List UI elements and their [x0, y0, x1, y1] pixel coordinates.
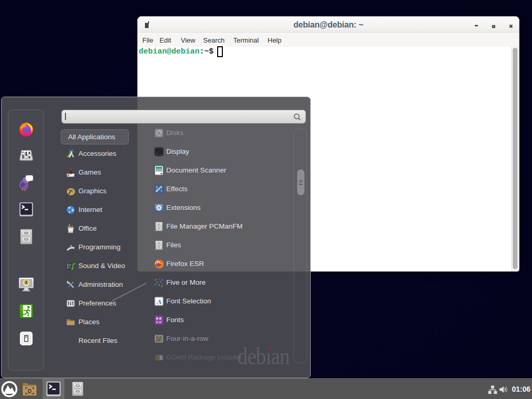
svg-text:A: A — [156, 298, 162, 305]
svg-text:a: a — [159, 320, 162, 324]
svg-text:a: a — [156, 320, 158, 324]
svg-text:D: D — [28, 389, 31, 394]
